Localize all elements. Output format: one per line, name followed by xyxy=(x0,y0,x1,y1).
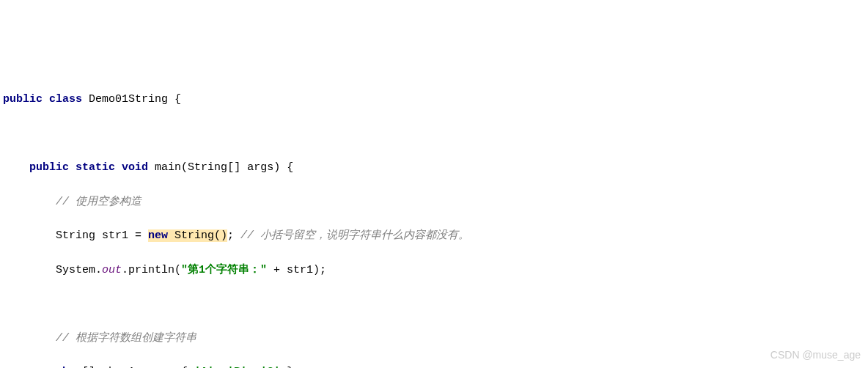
keyword-void: void xyxy=(122,161,148,174)
code-line: char[] charArray = { 'A', 'B', 'C' }; xyxy=(3,364,865,368)
comment: // 根据字符数组创建字符串 xyxy=(56,332,196,345)
comment: // 小括号留空，说明字符串什么内容都没有。 xyxy=(240,229,469,242)
code-line xyxy=(3,295,865,312)
keyword-public: public xyxy=(3,93,43,106)
code-line: System.out.println("第1个字符串：" + str1); xyxy=(3,262,865,279)
code-line xyxy=(3,125,865,142)
code-block: public class Demo01String { public stati… xyxy=(3,74,865,368)
field-out: out xyxy=(102,264,122,276)
highlighted-new: new String() xyxy=(148,229,227,242)
class-name: Demo01String xyxy=(89,93,168,106)
string-literal: "第1个字符串：" xyxy=(181,264,267,276)
watermark: CSDN @muse_age xyxy=(770,347,861,364)
keyword-static: static xyxy=(76,161,115,174)
keyword-class: class xyxy=(49,93,82,106)
code-line: public class Demo01String { xyxy=(3,91,865,108)
keyword-public: public xyxy=(29,161,69,174)
comment: // 使用空参构造 xyxy=(56,196,141,208)
code-line: public static void main(String[] args) { xyxy=(3,159,865,176)
method-signature: main(String[] args) { xyxy=(155,161,293,174)
code-line: // 使用空参构造 xyxy=(3,194,865,210)
code-line: // 根据字符数组创建字符串 xyxy=(3,330,865,347)
code-line: String str1 = new String(); // 小括号留空，说明字… xyxy=(3,227,865,244)
